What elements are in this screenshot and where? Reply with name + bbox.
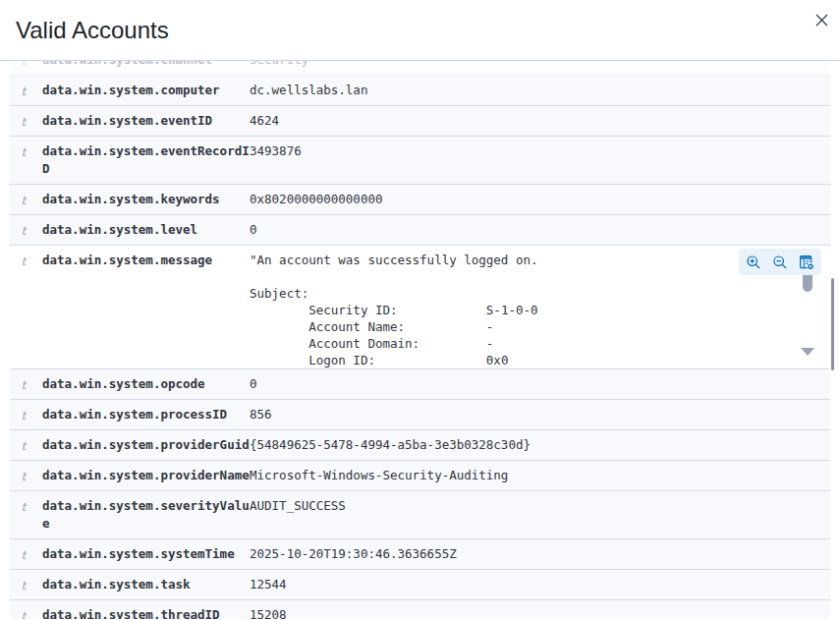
modal-scrollbar[interactable] xyxy=(831,278,834,370)
message-scrollbar-thumb[interactable] xyxy=(803,275,812,292)
magnifier-minus-icon xyxy=(772,258,788,273)
field-name: data.win.system.eventRecordID xyxy=(42,142,250,178)
string-type-icon: t xyxy=(18,144,29,160)
field-value: {54849625-5478-4994-a5ba-3e3b0328c30d} xyxy=(250,436,822,454)
filter-for-value-button[interactable] xyxy=(746,254,761,270)
string-type-icon: t xyxy=(18,547,29,563)
field-name: data.win.system.processID xyxy=(42,406,250,423)
table-row: tdata.win.system.level0 xyxy=(10,215,830,246)
string-type-icon: t xyxy=(18,608,29,619)
scroll-down-arrow-icon[interactable] xyxy=(801,348,814,356)
table-row: tdata.win.system.eventRecordID3493876 xyxy=(10,137,830,185)
valid-accounts-modal: Valid Accounts tdata.win.system.channelS… xyxy=(0,0,840,620)
string-type-icon: t xyxy=(18,84,29,99)
string-type-icon: t xyxy=(18,114,29,130)
toggle-column-button[interactable] xyxy=(799,254,814,270)
table-row: tdata.win.system.keywords0x8020000000000… xyxy=(10,185,830,215)
field-name: data.win.system.systemTime xyxy=(42,545,250,563)
table-row: tdata.win.system.message"An account was … xyxy=(10,246,830,369)
table-row: tdata.win.system.processID856 xyxy=(10,400,830,430)
field-value: 0 xyxy=(250,375,822,393)
field-name: data.win.system.message xyxy=(42,252,250,269)
string-type-icon: t xyxy=(18,438,29,454)
field-value: 856 xyxy=(250,406,822,423)
filter-out-value-button[interactable] xyxy=(772,254,788,270)
close-icon[interactable] xyxy=(811,11,832,32)
table-row: tdata.win.system.channelSecurity xyxy=(10,61,830,76)
field-name: data.win.system.severityValue xyxy=(42,497,250,533)
table-row: tdata.win.system.threadID15208 xyxy=(10,600,830,619)
field-name: data.win.system.level xyxy=(42,221,250,239)
string-type-icon: t xyxy=(18,223,29,239)
string-type-icon: t xyxy=(18,61,29,69)
field-value: AUDIT_SUCCESS xyxy=(250,497,822,515)
field-value: Security xyxy=(250,61,822,69)
table-row: tdata.win.system.providerGuid{54849625-5… xyxy=(10,430,830,461)
field-value: dc.wellslabs.lan xyxy=(250,82,822,99)
field-value: 0 xyxy=(250,221,822,239)
string-type-icon: t xyxy=(18,254,29,269)
string-type-icon: t xyxy=(18,193,29,208)
string-type-icon: t xyxy=(18,408,29,423)
table-row: tdata.win.system.computerdc.wellslabs.la… xyxy=(10,76,830,106)
string-type-icon: t xyxy=(18,377,29,393)
field-name: data.win.system.providerGuid xyxy=(42,436,250,454)
modal-title: Valid Accounts xyxy=(16,17,840,44)
table-row: tdata.win.system.severityValueAUDIT_SUCC… xyxy=(10,491,830,539)
field-name: data.win.system.opcode xyxy=(42,375,250,393)
field-name: data.win.system.keywords xyxy=(42,191,250,208)
document-fields-table: tdata.win.system.channelSecuritytdata.wi… xyxy=(0,61,840,619)
field-value: 0x8020000000000000 xyxy=(250,191,822,208)
x-icon xyxy=(815,14,828,27)
field-value: 4624 xyxy=(250,112,822,130)
field-actions xyxy=(739,249,821,275)
field-name: data.win.system.channel xyxy=(42,61,250,69)
field-value: Microsoft-Windows-Security-Auditing xyxy=(250,467,822,484)
table-column-icon xyxy=(799,258,814,273)
field-name: data.win.system.threadID xyxy=(42,606,250,619)
string-type-icon: t xyxy=(18,469,29,484)
field-value: 2025-10-20T19:30:46.3636655Z xyxy=(250,545,822,563)
magnifier-plus-icon xyxy=(746,258,761,273)
table-row: tdata.win.system.systemTime2025-10-20T19… xyxy=(10,539,830,570)
field-value: 12544 xyxy=(250,576,822,593)
string-type-icon: t xyxy=(18,578,29,593)
field-name: data.win.system.computer xyxy=(42,82,250,99)
modal-header: Valid Accounts xyxy=(0,0,840,61)
field-value: "An account was successfully logged on. … xyxy=(250,252,822,368)
table-row: tdata.win.system.providerNameMicrosoft-W… xyxy=(10,461,830,491)
field-name: data.win.system.task xyxy=(42,576,250,593)
table-row: tdata.win.system.opcode0 xyxy=(10,369,830,400)
field-name: data.win.system.eventID xyxy=(42,112,250,130)
field-value: 15208 xyxy=(250,606,822,619)
table-row: tdata.win.system.task12544 xyxy=(10,570,830,600)
string-type-icon: t xyxy=(18,499,29,515)
table-row: tdata.win.system.eventID4624 xyxy=(10,106,830,137)
field-value: 3493876 xyxy=(250,142,822,160)
field-name: data.win.system.providerName xyxy=(42,467,250,484)
